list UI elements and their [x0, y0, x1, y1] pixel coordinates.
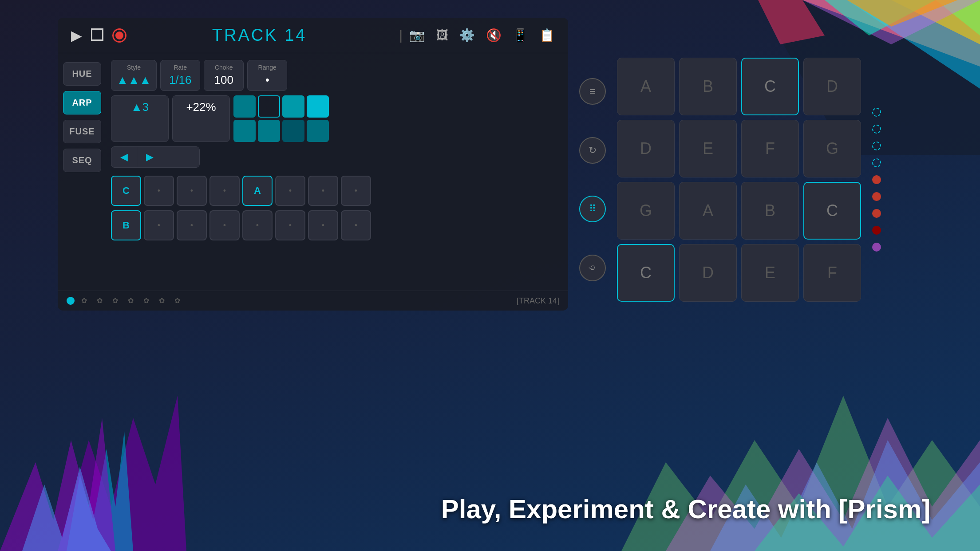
equalizer-button[interactable]: ≡	[579, 78, 606, 105]
choke-control[interactable]: Choke 100	[204, 60, 244, 91]
step-2-6[interactable]: •	[275, 210, 305, 240]
track-dot-2[interactable]: ✿	[81, 296, 90, 305]
rate-value: 1/16	[169, 73, 192, 87]
pad-c3[interactable]: C	[803, 182, 861, 240]
pattern-btn-4[interactable]	[307, 95, 329, 118]
sidebar-btn-seq[interactable]: SEQ	[63, 149, 101, 172]
track-dot-5[interactable]: ✿	[128, 296, 137, 305]
right-dot-6[interactable]	[872, 192, 881, 201]
pattern-btn-1[interactable]	[233, 95, 256, 118]
track-dot-8[interactable]: ✿	[174, 296, 183, 305]
pad-b1[interactable]: B	[679, 58, 737, 115]
right-dot-3[interactable]	[872, 142, 881, 150]
step-2-5[interactable]: •	[242, 210, 273, 240]
octave-control[interactable]: ▲3	[111, 95, 169, 142]
pad-f4[interactable]: F	[803, 244, 861, 302]
track-dot-1[interactable]	[67, 297, 75, 305]
choke-value: 100	[214, 73, 233, 87]
pad-e2[interactable]: E	[679, 120, 737, 177]
right-dot-5[interactable]	[872, 175, 881, 184]
pad-f2[interactable]: F	[741, 120, 799, 177]
step-1-7[interactable]: •	[308, 176, 338, 206]
settings-icon[interactable]: ⚙️	[459, 28, 475, 43]
track-dot-4[interactable]: ✿	[112, 296, 121, 305]
step-1-3[interactable]: •	[177, 176, 207, 206]
track-dot-6[interactable]: ✿	[143, 296, 152, 305]
style-value: ▲▲▲	[117, 73, 151, 87]
pattern-btn-5[interactable]	[233, 120, 256, 142]
rate-control[interactable]: Rate 1/16	[160, 60, 200, 91]
left-sidebar: HUE ARP FUSE SEQ	[58, 53, 107, 291]
right-dots	[865, 53, 888, 306]
stop-button[interactable]	[91, 28, 103, 43]
step-2-7[interactable]: •	[308, 210, 338, 240]
step-1-1[interactable]: C	[111, 176, 141, 206]
title-separator: |	[399, 28, 403, 43]
step-1-5[interactable]: A	[242, 176, 273, 206]
pad-e4[interactable]: E	[741, 244, 799, 302]
next-button[interactable]: ▶	[137, 147, 162, 167]
pad-d1[interactable]: D	[803, 58, 861, 115]
range-value: •	[265, 73, 269, 87]
pad-a1[interactable]: A	[617, 58, 675, 115]
swing-value: +22%	[186, 100, 216, 114]
image-icon[interactable]: 🖼	[436, 28, 448, 43]
right-dot-9[interactable]	[872, 243, 881, 252]
step-2-1[interactable]: B	[111, 210, 141, 240]
range-control[interactable]: Range •	[247, 60, 287, 91]
step-2-4[interactable]: •	[209, 210, 240, 240]
pad-a3[interactable]: A	[679, 182, 737, 240]
pattern-btn-3[interactable]	[282, 95, 304, 118]
pattern-btn-8[interactable]	[307, 120, 329, 142]
nav-arrows: ◀ ▶	[111, 146, 200, 168]
step-row-1: C • • • A • • •	[111, 176, 564, 206]
step-2-3[interactable]: •	[177, 210, 207, 240]
right-dot-1[interactable]	[872, 108, 881, 117]
track-dot-7[interactable]: ✿	[159, 296, 168, 305]
step-1-6[interactable]: •	[275, 176, 305, 206]
pad-d4[interactable]: D	[679, 244, 737, 302]
copy-icon[interactable]: 📋	[539, 28, 555, 43]
step-1-4[interactable]: •	[209, 176, 240, 206]
sidebar-btn-arp[interactable]: ARP	[63, 91, 101, 114]
camera-icon[interactable]: 📷	[409, 28, 425, 43]
grid-button[interactable]: ⠿	[579, 196, 606, 222]
pad-g3[interactable]: G	[617, 182, 675, 240]
play-button[interactable]: ▶	[71, 27, 82, 44]
pad-g2[interactable]: G	[803, 120, 861, 177]
step-1-2[interactable]: •	[144, 176, 174, 206]
spiral-button[interactable]: ꩜	[579, 255, 606, 281]
step-row-2: B • • • • • • •	[111, 210, 564, 240]
side-control-buttons: ≡ ↻ ⠿ ꩜	[573, 53, 612, 306]
style-label: Style	[117, 64, 151, 71]
record-button[interactable]	[112, 28, 126, 43]
controls-area: Style ▲▲▲ Rate 1/16 Choke 100 Range •	[107, 53, 568, 291]
sidebar-btn-fuse[interactable]: FUSE	[63, 120, 101, 143]
swing-control[interactable]: +22%	[172, 95, 230, 142]
sidebar-btn-hue[interactable]: HUE	[63, 62, 101, 86]
pad-c1[interactable]: C	[741, 58, 799, 115]
pad-c4[interactable]: C	[617, 244, 675, 302]
octave-value: ▲3	[131, 100, 149, 114]
right-dot-4[interactable]	[872, 158, 881, 167]
pattern-btn-7[interactable]	[282, 120, 304, 142]
pattern-row-1	[233, 95, 329, 118]
track-dot-3[interactable]: ✿	[97, 296, 106, 305]
step-2-8[interactable]: •	[341, 210, 371, 240]
rate-label: Rate	[166, 64, 194, 71]
pad-d2[interactable]: D	[617, 120, 675, 177]
paste-icon[interactable]: 📱	[513, 28, 528, 43]
step-2-2[interactable]: •	[144, 210, 174, 240]
right-dot-8[interactable]	[872, 226, 881, 235]
pattern-btn-2[interactable]	[258, 95, 280, 118]
step-1-8[interactable]: •	[341, 176, 371, 206]
refresh-button[interactable]: ↻	[579, 137, 606, 164]
style-control[interactable]: Style ▲▲▲	[111, 60, 157, 91]
right-dot-2[interactable]	[872, 125, 881, 134]
right-dot-7[interactable]	[872, 209, 881, 218]
prev-button[interactable]: ◀	[111, 147, 137, 167]
pad-b3[interactable]: B	[741, 182, 799, 240]
mute-icon[interactable]: 🔇	[486, 28, 502, 43]
pattern-btn-6[interactable]	[258, 120, 280, 142]
transport-controls: ▶	[71, 27, 126, 44]
